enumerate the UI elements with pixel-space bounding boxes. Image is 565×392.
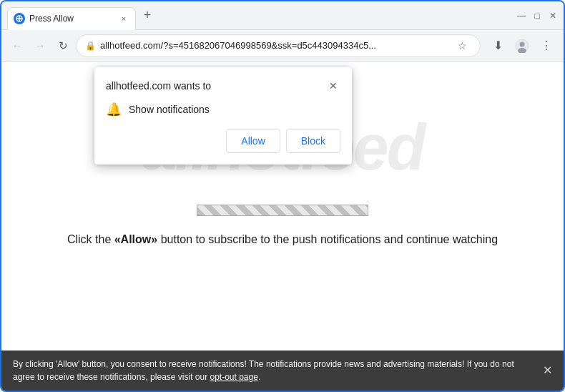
forward-button[interactable]: → (30, 36, 50, 56)
block-button[interactable]: Block (286, 129, 340, 153)
opt-out-link[interactable]: opt-out page (210, 372, 257, 382)
reload-button[interactable]: ↻ (53, 36, 73, 56)
menu-button[interactable]: ⋮ (535, 34, 558, 57)
popup-title: allhotfeed.com wants to (106, 80, 211, 92)
maximize-button[interactable]: □ (532, 11, 542, 21)
url-text: allhotfeed.com/?s=451682067046998569&ssk… (100, 40, 448, 51)
popup-header: allhotfeed.com wants to ✕ (106, 79, 340, 93)
back-icon: ← (12, 39, 23, 52)
back-button[interactable]: ← (7, 36, 27, 56)
popup-actions: Allow Block (106, 129, 340, 153)
popup-notification-text: Show notifications (129, 104, 210, 115)
svg-point-4 (520, 41, 525, 46)
tab-area: Press Allow × + (7, 1, 508, 29)
minimize-button[interactable]: — (516, 11, 526, 21)
forward-icon: → (35, 39, 46, 52)
bell-icon: 🔔 (106, 102, 122, 117)
tab-title: Press Allow (29, 14, 114, 24)
tab-favicon (14, 13, 25, 24)
address-bar: ← → ↻ 🔒 allhotfeed.com/?s=45168206704699… (1, 30, 564, 62)
url-bar[interactable]: 🔒 allhotfeed.com/?s=451682067046998569&s… (76, 34, 481, 57)
popup-close-button[interactable]: ✕ (326, 79, 340, 93)
popup-notification-row: 🔔 Show notifications (106, 102, 340, 117)
url-actions: ☆ (453, 36, 471, 55)
progress-area (197, 205, 368, 216)
reload-icon: ↻ (59, 39, 68, 52)
notification-popup: allhotfeed.com wants to ✕ 🔔 Show notific… (94, 67, 352, 165)
active-tab[interactable]: Press Allow × (7, 7, 136, 30)
allow-button[interactable]: Allow (226, 129, 280, 153)
browser-actions: ⬇ ⋮ (486, 34, 558, 57)
lock-icon: 🔒 (85, 41, 96, 51)
page-content: allhotfeed Click the «Allow» button to s… (1, 62, 564, 351)
title-bar: Press Allow × + — □ ✕ (1, 1, 564, 30)
bottom-banner: By clicking 'Allow' button, you consent … (1, 351, 564, 391)
new-tab-button[interactable]: + (137, 6, 157, 26)
account-button[interactable] (511, 34, 534, 57)
window-controls: — □ ✕ (516, 11, 558, 21)
download-icon[interactable]: ⬇ (486, 34, 509, 57)
browser-window: Press Allow × + — □ ✕ ← → ↻ 🔒 allhotfeed… (0, 0, 565, 392)
cta-text: Click the «Allow» button to subscribe to… (53, 233, 512, 246)
progress-bar (197, 205, 368, 216)
close-button[interactable]: ✕ (548, 11, 558, 21)
banner-text: By clicking 'Allow' button, you consent … (13, 358, 534, 383)
bookmark-button[interactable]: ☆ (453, 36, 471, 55)
banner-close-button[interactable]: ✕ (543, 362, 552, 379)
tab-close-button[interactable]: × (118, 13, 129, 24)
